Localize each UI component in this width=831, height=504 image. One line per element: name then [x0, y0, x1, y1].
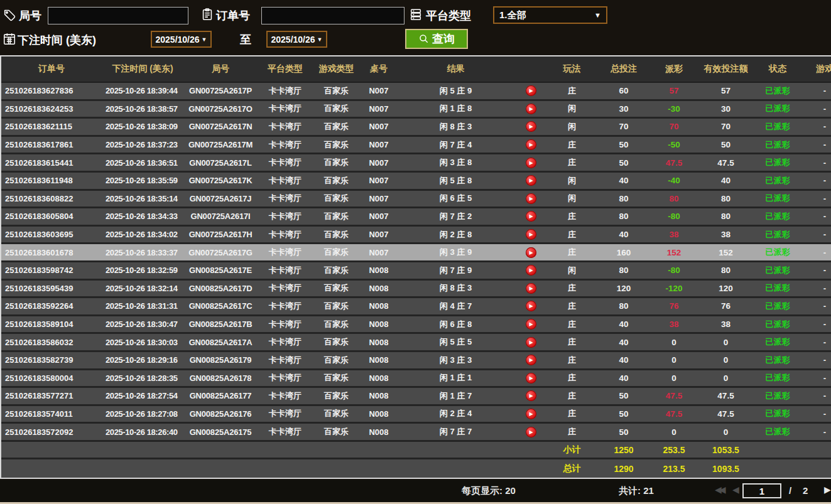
next-page-button[interactable]: ▶	[824, 485, 831, 495]
round-no: GN00825A26177	[183, 388, 258, 404]
query-button[interactable]: 查询	[405, 29, 468, 49]
table-no: N007	[360, 154, 398, 171]
status: 已派彩	[756, 370, 800, 387]
play-video-icon[interactable]: ▶	[526, 301, 536, 311]
order-no: 251026183627836	[1, 83, 102, 99]
play-video-icon[interactable]: ▶	[526, 211, 536, 222]
play-video-icon[interactable]: ▶	[526, 355, 536, 365]
total-bet: 30	[595, 101, 652, 117]
play-video-icon[interactable]: ▶	[526, 373, 536, 383]
platform-type: 卡卡湾厅	[258, 262, 313, 279]
valid-bet: 80	[696, 208, 756, 225]
game-type: 百家乐	[313, 191, 360, 207]
table-row[interactable]: 2510261835720922025-10-26 18:26:40GN0082…	[1, 424, 831, 442]
result: 闲 5 庄 5	[398, 334, 514, 350]
table-no: N008	[360, 370, 398, 387]
column-header-9: 玩法	[548, 56, 595, 82]
table-row[interactable]: 2510261835922642025-10-26 18:31:31GN0082…	[1, 298, 831, 316]
play-video-icon[interactable]: ▶	[526, 104, 536, 114]
game-extra: -	[800, 227, 831, 243]
table-no: N008	[360, 316, 398, 333]
play-video-icon[interactable]: ▶	[526, 139, 536, 150]
platform-type: 卡卡湾厅	[258, 424, 313, 440]
table-row[interactable]: 2510261836036952025-10-26 18:34:02GN0072…	[1, 227, 831, 245]
game-extra: -	[800, 137, 831, 153]
play-video-icon[interactable]: ▶	[526, 390, 536, 401]
platform-type-select[interactable]: 1.全部 ▼	[493, 6, 607, 24]
result: 闲 1 庄 8	[398, 101, 514, 117]
total-bet: 40	[595, 316, 652, 333]
page-number-input[interactable]: 1	[742, 483, 781, 498]
table-no: N007	[360, 173, 398, 189]
table-row[interactable]: 2510261835800042025-10-26 18:28:35GN0082…	[1, 370, 831, 389]
play-video-icon[interactable]: ▶	[526, 175, 536, 186]
table-row[interactable]: 2510261836278362025-10-26 18:39:44GN0072…	[1, 83, 831, 101]
table-row[interactable]: 2510261836016782025-10-26 18:33:37GN0072…	[1, 244, 831, 262]
play-video-icon[interactable]: ▶	[526, 247, 536, 258]
play-video-icon[interactable]: ▶	[526, 319, 536, 330]
round-input[interactable]	[48, 7, 188, 24]
table-row[interactable]: 2510261836178612025-10-26 18:37:23GN0072…	[1, 137, 831, 155]
bet-option: 庄	[548, 316, 595, 333]
table-row[interactable]: 2510261836119482025-10-26 18:35:59GN0072…	[1, 173, 831, 191]
table-row[interactable]: 2510261835772712025-10-26 18:27:54GN0082…	[1, 388, 831, 406]
game-type: 百家乐	[313, 154, 360, 171]
table-row[interactable]: 2510261835987422025-10-26 18:32:59GN0082…	[1, 262, 831, 281]
valid-bet: 38	[696, 227, 756, 243]
table-row[interactable]: 2510261835891042025-10-26 18:30:47GN0082…	[1, 316, 831, 335]
first-page-button[interactable]: ◀◀	[715, 485, 724, 495]
table-row[interactable]: 2510261836058042025-10-26 18:34:33GN0072…	[1, 208, 831, 227]
play-video-icon[interactable]: ▶	[526, 265, 536, 276]
game-type: 百家乐	[313, 262, 360, 279]
play-video-icon[interactable]: ▶	[526, 121, 536, 132]
bet-option: 庄	[548, 244, 595, 260]
bet-time: 2025-10-26 18:32:59	[102, 262, 183, 279]
round-no: GN00725A2617M	[183, 137, 258, 153]
play-video-icon[interactable]: ▶	[526, 193, 536, 204]
bet-option: 庄	[548, 154, 595, 171]
table-row[interactable]: 2510261836211152025-10-26 18:38:09GN0072…	[1, 119, 831, 137]
play-cell: ▶	[514, 424, 548, 440]
result: 闲 3 庄 8	[398, 154, 514, 171]
bet-option: 庄	[548, 406, 595, 422]
table-row[interactable]: 2510261835827392025-10-26 18:29:16GN0082…	[1, 352, 831, 370]
play-cell: ▶	[514, 83, 548, 99]
table-row[interactable]: 2510261835860322025-10-26 18:30:03GN0082…	[1, 334, 831, 352]
table-row[interactable]: 2510261836154412025-10-26 18:36:51GN0072…	[1, 154, 831, 173]
table-row[interactable]: 2510261836088222025-10-26 18:35:14GN0072…	[1, 191, 831, 209]
round-no: GN00725A2617P	[183, 83, 258, 99]
payout: 47.5	[652, 388, 696, 404]
result: 闲 7 庄 4	[398, 137, 514, 153]
round-no: GN00725A2617H	[183, 227, 258, 243]
grand-total-row: 总计 1290 213.5 1093.5	[1, 459, 831, 478]
order-no: 251026183572092	[1, 424, 102, 440]
valid-bet: 57	[696, 83, 756, 99]
table-no: N008	[360, 424, 398, 440]
play-video-icon[interactable]: ▶	[526, 229, 536, 240]
platform-type: 卡卡湾厅	[258, 208, 313, 225]
prev-page-button[interactable]: ◀	[732, 485, 739, 495]
play-video-icon[interactable]: ▶	[526, 85, 536, 96]
subtotal-total-bet: 1250	[595, 442, 652, 458]
play-video-icon[interactable]: ▶	[526, 427, 536, 437]
valid-bet: 0	[696, 334, 756, 350]
total-bet: 50	[595, 388, 652, 404]
table-no: N008	[360, 388, 398, 404]
grand-total-label: 总计	[548, 459, 595, 478]
table-row[interactable]: 2510261835954392025-10-26 18:32:14GN0082…	[1, 281, 831, 299]
payout: -120	[652, 281, 696, 297]
order-input[interactable]	[261, 7, 405, 24]
play-video-icon[interactable]: ▶	[526, 337, 536, 348]
table-row[interactable]: 2510261835740112025-10-26 18:27:08GN0082…	[1, 406, 831, 424]
play-cell: ▶	[514, 137, 548, 153]
total-bet: 160	[595, 244, 652, 260]
payout: -40	[652, 173, 696, 189]
play-video-icon[interactable]: ▶	[526, 409, 536, 419]
date-from-picker[interactable]: 2025/10/26 ▼	[151, 31, 212, 48]
status: 已派彩	[756, 406, 800, 422]
play-video-icon[interactable]: ▶	[526, 158, 536, 168]
platform-type: 卡卡湾厅	[258, 244, 313, 260]
table-row[interactable]: 2510261836242532025-10-26 18:38:57GN0072…	[1, 101, 831, 119]
date-to-picker[interactable]: 2025/10/26 ▼	[266, 31, 327, 48]
play-video-icon[interactable]: ▶	[526, 283, 536, 294]
